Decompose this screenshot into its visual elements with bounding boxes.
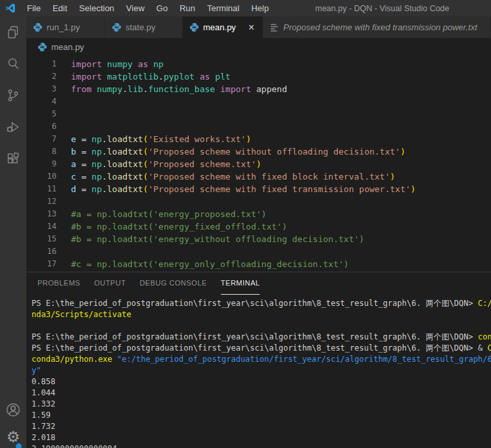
terminal-output[interactable]: PS E:\the_period_of_postgraduation\first… [26, 295, 491, 448]
line-number: 2 [26, 70, 57, 83]
line-number: 3 [26, 83, 57, 95]
gear-notification-badge [14, 442, 23, 448]
code-line[interactable]: 5 [26, 108, 491, 120]
main-area: run_1.py state.py mean.py × [26, 16, 491, 448]
tab-label: Proposed scheme with fixed transmission … [283, 22, 477, 32]
tab-label: state.py [126, 22, 156, 32]
settings-gear-icon[interactable]: ⚙ [0, 426, 26, 448]
code-line[interactable]: 16 [26, 245, 491, 258]
terminal-line[interactable]: 2.018 [32, 432, 491, 443]
panel-tab-terminal[interactable]: TERMINAL [221, 272, 260, 295]
line-number: 10 [26, 170, 57, 183]
code-line[interactable]: 2import matplotlib.pyplot as plt [26, 70, 491, 83]
line-number: 7 [26, 133, 57, 145]
text-file-icon [269, 22, 279, 32]
code-line[interactable]: 11d = np.loadtxt('Proposed scheme with f… [26, 183, 491, 195]
source-control-icon[interactable] [0, 80, 26, 111]
menu-go[interactable]: Go [151, 0, 174, 16]
line-number: 6 [26, 120, 57, 133]
code-line[interactable]: 10c = np.loadtxt('Proposed scheme with f… [26, 170, 491, 183]
line-number: 1 [26, 58, 57, 70]
line-number: 9 [26, 158, 57, 170]
code-line[interactable]: 14#b = np.loadtxt('energy_fixed_offlod.t… [26, 220, 491, 233]
terminal-line[interactable]: PS E:\the_period_of_postgraduation\first… [32, 298, 491, 309]
code-line[interactable]: 9a = np.loadtxt('Proposed scheme.txt') [26, 158, 491, 170]
menu-help[interactable]: Help [245, 0, 275, 16]
breadcrumb-file: mean.py [51, 42, 84, 52]
account-icon[interactable] [0, 394, 26, 426]
code-line[interactable]: 15#b = np.loadtxt('energy_without offloa… [26, 233, 491, 245]
code-line[interactable]: 17#c = np.loadtxt('energy_only_offloadin… [26, 258, 491, 270]
line-number: 12 [26, 195, 57, 208]
menu-view[interactable]: View [120, 0, 151, 16]
title-bar: File Edit Selection View Go Run Terminal… [0, 0, 491, 16]
search-icon[interactable] [0, 48, 26, 80]
vscode-logo-icon [5, 3, 16, 14]
code-line[interactable]: 1import numpy as np [26, 58, 491, 70]
terminal-line[interactable]: 2.1900000000000004 [32, 443, 491, 448]
explorer-icon[interactable] [0, 16, 26, 48]
line-number: 15 [26, 233, 57, 245]
terminal-line[interactable]: nda3/Scripts/activate [32, 309, 491, 320]
terminal-line[interactable]: conda3/python.exe "e:/the_period_of_post… [32, 354, 491, 365]
python-icon [112, 22, 122, 32]
menu-run[interactable]: Run [174, 0, 201, 16]
line-number: 8 [26, 145, 57, 158]
code-line[interactable]: 7e = np.loadtxt('Existed works.txt') [26, 133, 491, 145]
window-title: mean.py - DQN - Visual Studio Code [276, 4, 488, 13]
line-number: 5 [26, 108, 57, 120]
tab-label: mean.py [203, 22, 236, 32]
menu-edit[interactable]: Edit [47, 0, 73, 16]
code-line[interactable]: 6 [26, 120, 491, 133]
extensions-icon[interactable] [0, 143, 26, 174]
tab-proposed-scheme-txt[interactable]: Proposed scheme with fixed transmission … [263, 16, 491, 38]
panel-tab-bar: PROBLEMS OUTPUT DEBUG CONSOLE TERMINAL [26, 272, 491, 295]
python-icon [189, 22, 199, 32]
menu-terminal[interactable]: Terminal [201, 0, 245, 16]
run-debug-icon[interactable] [0, 111, 26, 143]
code-line[interactable]: 13#a = np.loadtxt('energy_proposed.txt') [26, 208, 491, 220]
terminal-line[interactable]: 1.332 [32, 399, 491, 410]
menu-bar: File Edit Selection View Go Run Terminal… [21, 0, 275, 16]
line-number: 11 [26, 183, 57, 195]
line-number: 16 [26, 245, 57, 258]
breadcrumb[interactable]: mean.py [26, 38, 491, 56]
code-line[interactable]: 4 [26, 95, 491, 108]
python-icon [33, 22, 43, 32]
line-number: 4 [26, 95, 57, 108]
panel-tab-debug-console[interactable]: DEBUG CONSOLE [139, 272, 206, 295]
bottom-panel: PROBLEMS OUTPUT DEBUG CONSOLE TERMINAL P… [26, 272, 491, 448]
terminal-line[interactable]: PS E:\the_period_of_postgraduation\first… [32, 332, 491, 343]
tab-state-py[interactable]: state.py [105, 16, 183, 38]
panel-tab-output[interactable]: OUTPUT [94, 272, 126, 295]
code-line[interactable]: 8b = np.loadtxt('Proposed scheme without… [26, 145, 491, 158]
line-number: 17 [26, 258, 57, 270]
editor-tab-bar: run_1.py state.py mean.py × [26, 16, 491, 38]
code-line[interactable]: 12 [26, 195, 491, 208]
tab-mean-py[interactable]: mean.py × [183, 16, 263, 38]
line-number: 13 [26, 208, 57, 220]
activity-bar: ⚙ [0, 16, 26, 448]
terminal-line[interactable]: 1.732 [32, 421, 491, 432]
terminal-line[interactable]: y" [32, 365, 491, 376]
close-icon[interactable]: × [246, 23, 256, 32]
menu-file[interactable]: File [21, 0, 47, 16]
terminal-line[interactable]: 1.044 [32, 387, 491, 399]
python-icon [37, 42, 47, 52]
menu-selection[interactable]: Selection [73, 0, 120, 16]
code-editor[interactable]: 1import numpy as np2import matplotlib.py… [26, 56, 491, 272]
tab-run-1-py[interactable]: run_1.py [26, 16, 105, 38]
panel-tab-problems[interactable]: PROBLEMS [37, 272, 80, 295]
code-line[interactable]: 3from numpy.lib.function_base import app… [26, 83, 491, 95]
terminal-line[interactable]: 0.858 [32, 376, 491, 387]
terminal-line[interactable]: 1.59 [32, 410, 491, 421]
terminal-line[interactable] [32, 320, 491, 332]
tab-label: run_1.py [47, 22, 80, 32]
terminal-line[interactable]: PS E:\the_period_of_postgraduation\first… [32, 343, 491, 354]
line-number: 14 [26, 220, 57, 233]
